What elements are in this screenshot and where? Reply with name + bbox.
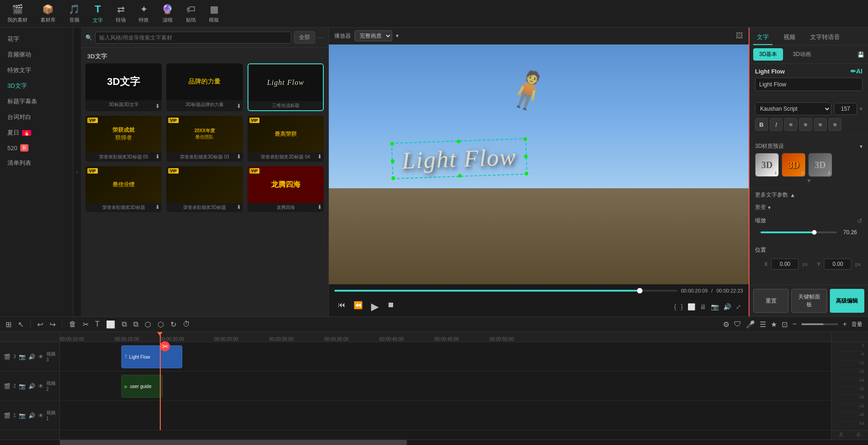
track-v2-eye-icon[interactable]: 👁: [38, 383, 44, 389]
morph-label[interactable]: 形变 ▾: [755, 203, 862, 211]
edit-ai-icon[interactable]: ✏AI: [851, 68, 862, 75]
clip-user-guide[interactable]: ▶ user guide: [121, 375, 163, 398]
asset-light-flow[interactable]: Light Flow 三维光流标题: [248, 63, 324, 111]
tl-copy2-btn[interactable]: ⧉: [133, 320, 138, 328]
format-bold-btn[interactable]: B: [755, 118, 768, 131]
handle-tl[interactable]: [390, 142, 394, 146]
progress-thumb[interactable]: [637, 288, 643, 293]
timeline-scroll-area[interactable]: 00:00:10:00 00:00:15:00 00:00:20:00 00:0…: [60, 332, 831, 439]
clip-btn[interactable]: ⬜: [688, 303, 695, 310]
handle-bl[interactable]: [391, 176, 395, 180]
track-v1-lock-icon[interactable]: 🎬: [4, 412, 11, 419]
material-expand-arrow[interactable]: ▾: [755, 177, 862, 184]
filter-button[interactable]: 全部: [294, 31, 315, 44]
toolbar-library[interactable]: 📦 素材库: [40, 4, 56, 23]
track-v1-sound-icon[interactable]: 🔊: [28, 412, 35, 419]
tl-undo-btn[interactable]: ↩: [37, 320, 43, 329]
asset-brand-power[interactable]: 品牌的力量 3D标题品牌的力量 ⬇: [166, 63, 242, 111]
subtab-3d-animation[interactable]: 3D动画: [787, 48, 817, 61]
sidebar-item-playlist[interactable]: 清单列表: [0, 155, 73, 171]
keyframe-button[interactable]: 关键帧面板: [791, 289, 827, 313]
format-align-right-btn[interactable]: ≡: [814, 118, 827, 131]
stop-btn[interactable]: ⏹: [385, 299, 396, 315]
sidebar-item-effect-text[interactable]: 特效文字: [0, 62, 73, 78]
format-justify-btn[interactable]: ≡: [829, 118, 841, 131]
track-v1-eye-icon[interactable]: 👁: [38, 412, 44, 419]
reset-button[interactable]: 重置: [753, 289, 789, 313]
track-v1-camera-icon[interactable]: 📷: [19, 412, 26, 419]
text-content-input[interactable]: [755, 78, 862, 91]
play-btn[interactable]: ▶: [369, 299, 381, 315]
subtab-3d-basic[interactable]: 3D基本: [753, 48, 783, 61]
tl-list-btn[interactable]: ☰: [760, 320, 766, 329]
toolbar-my-assets[interactable]: 🎬 我的素材: [7, 4, 28, 23]
tl-text-btn[interactable]: T: [95, 320, 100, 328]
tl-clock-btn[interactable]: ⏱: [183, 320, 190, 328]
asset-honor-b2[interactable]: VIP 荣誉表彰颁奖3D标题 ⬇: [166, 166, 242, 212]
sidebar-collapse-btn[interactable]: ‹: [73, 28, 81, 316]
audio-btn[interactable]: 🔊: [723, 303, 731, 310]
tab-speech[interactable]: 文字转语音: [806, 30, 844, 45]
track-v3-sound-icon[interactable]: 🔊: [28, 354, 35, 360]
tl-shield-btn[interactable]: 🛡: [734, 320, 741, 328]
bracket-left-btn[interactable]: {: [674, 303, 676, 310]
format-align-center-btn[interactable]: ≡: [799, 118, 812, 131]
tl-crop-btn[interactable]: ⊡: [782, 320, 788, 329]
handle-tm[interactable]: [457, 140, 461, 143]
toolbar-audio[interactable]: 🎵 音频: [68, 4, 80, 23]
tl-minus-btn[interactable]: −: [792, 320, 796, 328]
toolbar-transition[interactable]: ⇄ 转场: [116, 4, 126, 23]
tab-video[interactable]: 视频: [780, 30, 799, 45]
sidebar-item-flowers[interactable]: 花字: [0, 31, 73, 47]
screenshot-btn[interactable]: 📷: [711, 303, 719, 310]
more-options-icon[interactable]: ···: [318, 34, 324, 42]
pos-x-input[interactable]: [771, 259, 799, 270]
track-v2-sound-icon[interactable]: 🔊: [28, 383, 35, 389]
asset-longpeng[interactable]: VIP 龙腾四海 龙腾四海 ⬇: [248, 166, 324, 212]
search-input[interactable]: [95, 32, 291, 44]
tl-disconnect-btn[interactable]: ⬡: [158, 320, 164, 329]
tl-grid-btn[interactable]: ⊞: [6, 320, 11, 329]
material-gray[interactable]: 3D ⬇: [808, 153, 832, 177]
asset-honor-04[interactable]: VIP 最高荣获 荣誉表彰颁奖3D标题 04 ⬇: [248, 116, 324, 162]
format-italic-btn[interactable]: I: [770, 118, 783, 131]
sidebar-item-subtitle[interactable]: 标题字幕条: [0, 94, 73, 109]
tl-award-btn[interactable]: ★: [771, 320, 777, 329]
scale-slider-thumb[interactable]: [812, 230, 817, 235]
sidebar-item-audio-driven[interactable]: 音频驱动: [0, 47, 73, 62]
scale-reset-icon[interactable]: ↺: [857, 217, 862, 225]
handle-br[interactable]: [524, 172, 528, 175]
tab-text[interactable]: 文字: [753, 30, 772, 45]
save-template-icon[interactable]: 💾: [857, 51, 864, 58]
clip-light-flow[interactable]: T Light Flow: [121, 345, 182, 368]
tl-cursor-btn[interactable]: ↖: [18, 320, 24, 329]
toolbar-effects[interactable]: ✦ 特效: [139, 4, 149, 23]
step-back-btn[interactable]: ⏪: [352, 299, 365, 315]
handle-tr[interactable]: [523, 137, 527, 141]
tl-mic-btn[interactable]: 🎤: [746, 320, 755, 329]
handle-mr[interactable]: [524, 154, 528, 158]
toolbar-sticker[interactable]: 🏷 贴纸: [186, 4, 196, 23]
tl-rect-btn[interactable]: ⬜: [106, 320, 115, 329]
track-v3-camera-icon[interactable]: 📷: [19, 354, 26, 360]
sidebar-item-520[interactable]: 520 新: [0, 141, 73, 155]
scale-slider[interactable]: [761, 231, 837, 233]
toolbar-text[interactable]: T 文字: [93, 3, 103, 24]
scrollbar-thumb[interactable]: [60, 440, 407, 445]
advanced-edit-button[interactable]: 高级编辑: [830, 289, 864, 313]
handle-ml[interactable]: [391, 159, 395, 163]
monitor-btn[interactable]: 🖥: [700, 303, 706, 310]
progress-bar[interactable]: [334, 290, 677, 292]
font-size-input[interactable]: [834, 103, 857, 115]
material-expand-icon[interactable]: ▾: [860, 143, 862, 150]
prev-frame-btn[interactable]: ⏮: [336, 299, 347, 315]
tl-rotate-btn[interactable]: ↻: [170, 320, 176, 329]
more-params-btn[interactable]: 更多文字参数 ▲: [755, 191, 862, 199]
material-orange[interactable]: 3D ⬇: [782, 153, 806, 177]
toolbar-filter[interactable]: 🔮 滤镜: [162, 4, 173, 23]
preview-text-lightflow[interactable]: Light Flow: [391, 138, 527, 179]
asset-honor-05[interactable]: VIP 荣获成就联得者 荣誉表彰颁奖3D标题 05 ⬇: [85, 116, 162, 162]
asset-3d-text-basic[interactable]: 3D文字 3D标题3D文字 ⬇: [85, 63, 162, 111]
tl-redo-btn[interactable]: ↪: [50, 320, 56, 329]
tl-delete-btn[interactable]: 🗑: [69, 320, 76, 328]
